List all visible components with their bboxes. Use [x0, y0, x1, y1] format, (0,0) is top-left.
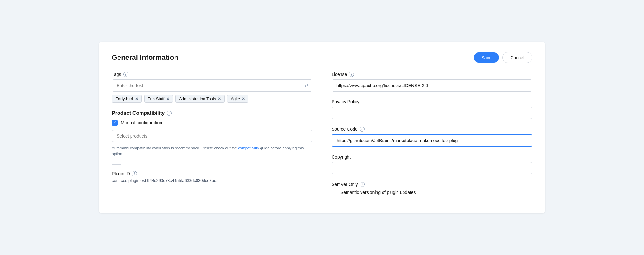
source-code-info-icon[interactable]: i: [360, 127, 365, 132]
tags-list: Early-bird ✕ Fun Stuff ✕ Administration …: [112, 95, 312, 103]
tag-chip-label: Agile: [231, 96, 240, 101]
left-column: Tags i ↵ Early-bird ✕ Fun Stuff: [112, 72, 312, 203]
semver-checkbox-row: Semantic versioning of plugin updates: [332, 190, 532, 195]
privacy-policy-input[interactable]: [332, 107, 532, 119]
product-compatibility-title: Product Compatibility i: [112, 110, 312, 116]
plugin-id-value: com.coolplugintest.944c290c73c4455fa633d…: [112, 178, 312, 183]
select-products-input[interactable]: [112, 130, 312, 142]
license-input[interactable]: [332, 79, 532, 92]
two-col-layout: Tags i ↵ Early-bird ✕ Fun Stuff: [112, 72, 532, 203]
page-container: General Information Save Cancel Tags i: [99, 42, 545, 213]
main-card: General Information Save Cancel Tags i: [99, 42, 545, 213]
plugin-id-section: Plugin ID i com.coolplugintest.944c290c7…: [112, 171, 312, 183]
privacy-policy-section: Privacy Policy: [332, 99, 532, 119]
manual-config-label: Manual configuration: [121, 120, 162, 125]
tag-chip-fun-stuff: Fun Stuff ✕: [144, 95, 173, 103]
tags-label: Tags i: [112, 72, 312, 77]
tag-chip-label: Early-bird: [115, 96, 133, 101]
source-code-input[interactable]: [332, 135, 532, 146]
cancel-button[interactable]: Cancel: [502, 52, 532, 63]
compatibility-link[interactable]: compatibility: [238, 146, 259, 150]
page-title: General Information: [112, 53, 178, 62]
tag-remove-fun-stuff[interactable]: ✕: [166, 97, 169, 101]
compatibility-note: Automatic compatibility calculation is r…: [112, 145, 312, 157]
license-label: License i: [332, 72, 532, 77]
section-divider: [112, 164, 121, 165]
tags-input[interactable]: [112, 79, 312, 92]
header-actions: Save Cancel: [474, 52, 532, 63]
tag-remove-early-bird[interactable]: ✕: [135, 97, 138, 101]
manual-config-row: ✓ Manual configuration: [112, 120, 312, 126]
copyright-input[interactable]: [332, 162, 532, 174]
tag-chip-label: Fun Stuff: [148, 96, 165, 101]
product-compatibility-info-icon[interactable]: i: [167, 111, 172, 116]
tags-section: Tags i ↵ Early-bird ✕ Fun Stuff: [112, 72, 312, 103]
source-code-section: Source Code i: [332, 127, 532, 147]
header: General Information Save Cancel: [112, 52, 532, 63]
copyright-label: Copyright: [332, 155, 532, 160]
plugin-id-info-icon[interactable]: i: [132, 171, 137, 176]
source-code-input-wrapper: [332, 134, 532, 147]
enter-icon: ↵: [304, 83, 309, 89]
privacy-policy-label: Privacy Policy: [332, 99, 532, 104]
source-code-label: Source Code i: [332, 127, 532, 132]
tag-remove-agile[interactable]: ✕: [242, 97, 245, 101]
semver-label: SemVer Only i: [332, 182, 532, 187]
tags-info-icon[interactable]: i: [123, 72, 128, 77]
semver-info-icon[interactable]: i: [360, 182, 365, 187]
semver-checkbox[interactable]: [332, 190, 337, 195]
save-button[interactable]: Save: [474, 52, 499, 63]
product-compatibility-section: Product Compatibility i ✓ Manual configu…: [112, 110, 312, 157]
tag-chip-early-bird: Early-bird ✕: [112, 95, 142, 103]
license-section: License i: [332, 72, 532, 92]
tag-chip-label: Administration Tools: [179, 96, 216, 101]
manual-config-checkbox[interactable]: ✓: [112, 120, 118, 126]
semver-checkbox-label: Semantic versioning of plugin updates: [340, 190, 416, 195]
tag-chip-agile: Agile ✕: [227, 95, 248, 103]
right-column: License i Privacy Policy Source Code: [332, 72, 532, 203]
checkmark: ✓: [113, 121, 116, 125]
semver-section: SemVer Only i Semantic versioning of plu…: [332, 182, 532, 195]
tag-chip-admin-tools: Administration Tools ✕: [175, 95, 225, 103]
tags-input-wrapper: ↵: [112, 79, 312, 92]
license-info-icon[interactable]: i: [349, 72, 354, 77]
copyright-section: Copyright: [332, 155, 532, 174]
plugin-id-label: Plugin ID i: [112, 171, 312, 176]
tag-remove-admin-tools[interactable]: ✕: [218, 97, 221, 101]
